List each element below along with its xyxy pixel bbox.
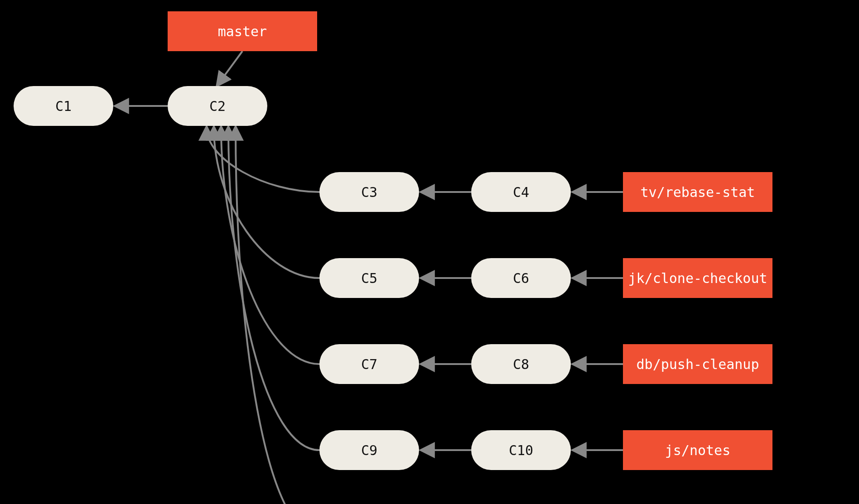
commit-label: C8 — [513, 356, 529, 372]
commit-c7: C7 — [319, 344, 419, 384]
commit-c9: C9 — [319, 430, 419, 470]
branch-db-push-cleanup: db/push-cleanup — [623, 344, 772, 384]
branch-label: db/push-cleanup — [637, 356, 759, 372]
commit-label: C9 — [361, 442, 377, 458]
branch-jk-clone-checkout: jk/clone-checkout — [623, 258, 772, 298]
commit-c10: C10 — [471, 430, 571, 470]
commit-label: C10 — [509, 442, 533, 458]
branch-label: js/notes — [665, 442, 731, 458]
commit-label: C1 — [55, 98, 72, 114]
branch-master: master — [168, 11, 317, 51]
commit-label: C6 — [513, 270, 529, 286]
commit-c5: C5 — [319, 258, 419, 298]
commit-label: C3 — [361, 184, 377, 200]
commit-label: C5 — [361, 270, 377, 286]
commit-label: C2 — [209, 98, 226, 114]
branch-label: master — [218, 24, 267, 39]
commit-c3: C3 — [319, 172, 419, 212]
edge-layer — [0, 0, 859, 504]
commit-label: C7 — [361, 356, 377, 372]
commit-c1: C1 — [14, 86, 113, 126]
commit-label: C4 — [513, 184, 529, 200]
branch-tv-rebase-stat: tv/rebase-stat — [623, 172, 772, 212]
commit-c8: C8 — [471, 344, 571, 384]
commit-c4: C4 — [471, 172, 571, 212]
branch-js-notes: js/notes — [623, 430, 772, 470]
branch-label: jk/clone-checkout — [628, 270, 767, 286]
branch-label: tv/rebase-stat — [641, 184, 755, 200]
commit-c2: C2 — [168, 86, 267, 126]
commit-c6: C6 — [471, 258, 571, 298]
git-topic-branch-diagram: master C1 C2 C3 C4 tv/rebase-stat C5 C6 … — [0, 0, 859, 504]
